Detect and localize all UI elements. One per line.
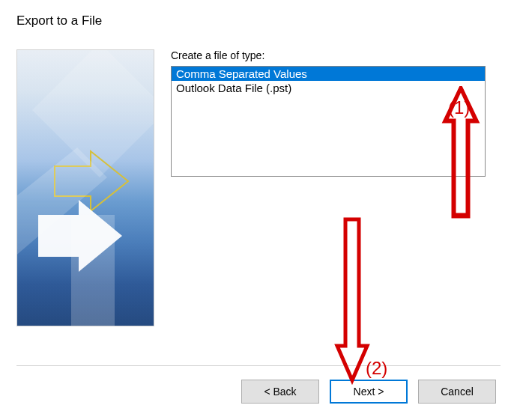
right-column: Create a file of type: Comma Separated V… xyxy=(171,49,501,326)
divider xyxy=(16,365,501,366)
wizard-graphic xyxy=(16,49,154,326)
svg-marker-0 xyxy=(32,50,154,177)
cancel-button[interactable]: Cancel xyxy=(418,380,496,404)
svg-rect-4 xyxy=(71,215,115,326)
dialog-title: Export to a File xyxy=(16,13,501,28)
file-type-listbox[interactable]: Comma Separated Values Outlook Data File… xyxy=(171,66,486,177)
back-button[interactable]: < Back xyxy=(241,380,319,404)
list-item[interactable]: Outlook Data File (.pst) xyxy=(172,81,485,95)
list-item[interactable]: Comma Separated Values xyxy=(172,67,485,81)
export-dialog: Export to a File Create a file xyxy=(0,0,517,420)
file-type-label: Create a file of type: xyxy=(171,49,501,61)
next-button[interactable]: Next > xyxy=(330,380,408,404)
content-area: Create a file of type: Comma Separated V… xyxy=(16,49,501,326)
button-row: < Back Next > Cancel xyxy=(241,380,496,404)
